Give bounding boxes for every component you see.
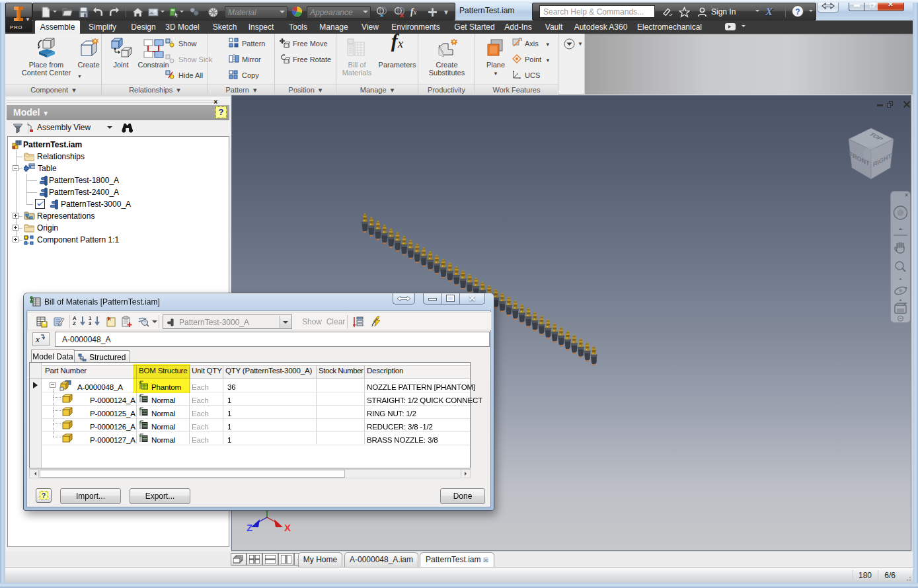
svg-text:Z: Z xyxy=(247,522,252,533)
svg-text:X: X xyxy=(284,522,291,533)
